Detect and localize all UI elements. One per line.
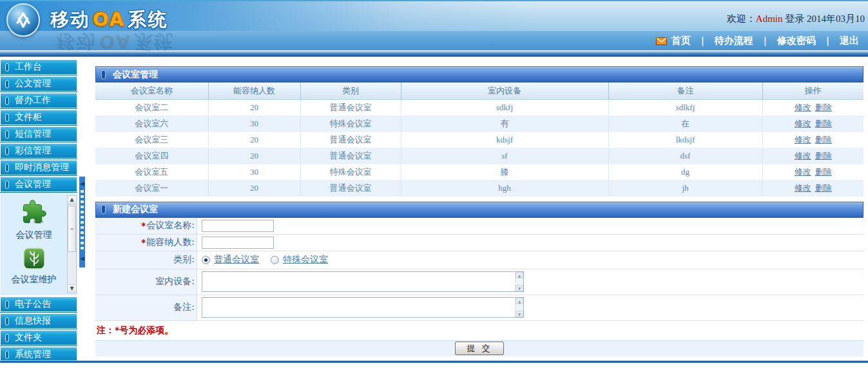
remark-textarea-wrap: ▲ ▼ bbox=[202, 297, 524, 318]
table-cell: 20 bbox=[208, 180, 300, 196]
table-cell: 普通会议室 bbox=[300, 180, 401, 196]
table-cell: kdsjf bbox=[401, 131, 608, 148]
submenu-item-meeting-management[interactable]: 会议管理 bbox=[1, 193, 67, 241]
delete-link[interactable]: 删除 bbox=[815, 119, 832, 128]
table-row: 会议室三20普通会议室kdsjflkdsjf修改删除 bbox=[95, 131, 863, 148]
scroll-down-icon[interactable]: ▼ bbox=[516, 285, 523, 291]
sidebar-bottom-menu: 电子公告信息快报文件夹系统管理 bbox=[0, 296, 77, 362]
scroll-down-icon[interactable]: ▼ bbox=[516, 311, 523, 317]
form-row-name: *会议室名称: bbox=[95, 218, 863, 235]
table-cell: dg bbox=[608, 164, 762, 180]
nav-item-label: 退出 bbox=[840, 35, 859, 47]
equipment-textarea-wrap: ▲ ▼ bbox=[202, 271, 524, 292]
sidebar-item-label: 彩信管理 bbox=[15, 145, 51, 157]
sidebar-collapse-strip[interactable]: ◀ ◀ bbox=[78, 177, 85, 267]
logo-suffix: 系统 bbox=[128, 8, 168, 30]
sidebar-item-sms-management[interactable]: 短信管理 bbox=[0, 126, 77, 142]
sidebar-item-mms-management[interactable]: 彩信管理 bbox=[0, 143, 77, 159]
sidebar-item-label: 文件柜 bbox=[15, 111, 42, 123]
collapse-arrow-icon[interactable]: ◀ bbox=[80, 255, 84, 262]
strip-dashes bbox=[81, 190, 84, 252]
edit-link[interactable]: 修改 bbox=[795, 183, 811, 193]
edit-link[interactable]: 修改 bbox=[795, 119, 811, 128]
collapse-arrow-icon[interactable]: ◀ bbox=[80, 180, 84, 187]
table-cell: 会议室三 bbox=[95, 131, 208, 148]
meeting-rooms-table: 会议室名称能容纳人数类别室内设备备注操作 会议室二20普通会议室sdkfjsdl… bbox=[95, 82, 863, 197]
panel-title-text: 会议室管理 bbox=[113, 69, 158, 81]
nav-logout[interactable]: 退出 bbox=[840, 35, 859, 47]
footer-divider bbox=[0, 360, 868, 363]
menu-pill-icon bbox=[5, 97, 9, 105]
radio-label-normal[interactable]: 普通会议室 bbox=[214, 254, 259, 266]
table-row: 会议室一20普通会议室hghjh修改删除 bbox=[95, 180, 863, 196]
menu-pill-icon bbox=[5, 113, 9, 122]
sidebar-item-workbench[interactable]: 工作台 bbox=[0, 59, 77, 75]
tree-icon bbox=[23, 247, 45, 272]
new-room-panel-title: 新建会议室 bbox=[95, 202, 863, 218]
radio-label-special[interactable]: 特殊会议室 bbox=[283, 254, 328, 266]
nav-change-password[interactable]: 修改密码 bbox=[777, 35, 816, 47]
delete-link[interactable]: 删除 bbox=[815, 135, 832, 144]
column-header: 室内设备 bbox=[401, 82, 608, 99]
remark-textarea[interactable] bbox=[202, 298, 515, 317]
textarea-scrollbar[interactable]: ▲ ▼ bbox=[515, 272, 523, 291]
sidebar-item-supervision-work[interactable]: 督办工作 bbox=[0, 93, 77, 108]
menu-pill-icon bbox=[5, 300, 9, 309]
radio-normal-room[interactable] bbox=[202, 256, 210, 264]
edit-link[interactable]: 修改 bbox=[795, 151, 811, 160]
required-marker: * bbox=[141, 220, 146, 231]
sidebar-item-file-cabinet[interactable]: 文件柜 bbox=[0, 110, 77, 125]
edit-link[interactable]: 修改 bbox=[795, 102, 811, 112]
title-pill-icon bbox=[101, 205, 106, 214]
submenu-scrollbar[interactable]: ▲ ≡ ▼ bbox=[67, 195, 77, 293]
submenu-item-meeting-room-maintenance[interactable]: 会议室维护 bbox=[1, 241, 67, 286]
sidebar-item-e-announcement[interactable]: 电子公告 bbox=[0, 296, 77, 312]
textarea-scrollbar[interactable]: ▲ ▼ bbox=[515, 298, 523, 317]
equipment-label: 室内设备: bbox=[95, 269, 197, 295]
sidebar-item-instant-message-management[interactable]: 即时消息管理 bbox=[0, 160, 77, 175]
sidebar-item-label: 信息快报 bbox=[15, 315, 51, 327]
column-header: 会议室名称 bbox=[95, 82, 208, 99]
nav-todo-flow[interactable]: 待办流程 bbox=[715, 35, 753, 47]
form-row-capacity: *能容纳人数: bbox=[95, 235, 863, 251]
radio-special-room[interactable] bbox=[271, 256, 279, 264]
scrollbar-track[interactable]: ≡ bbox=[68, 204, 76, 284]
delete-link[interactable]: 删除 bbox=[815, 151, 832, 160]
sidebar-item-meeting-management[interactable]: 会议管理 bbox=[0, 177, 77, 192]
table-cell: jh bbox=[608, 180, 762, 196]
room-name-input[interactable] bbox=[202, 220, 274, 232]
edit-link[interactable]: 修改 bbox=[795, 167, 811, 177]
app-title: 移动OA系统 bbox=[50, 7, 168, 33]
scroll-down-icon[interactable]: ▼ bbox=[68, 284, 76, 293]
sidebar-item-folder[interactable]: 文件夹 bbox=[0, 330, 77, 345]
table-cell: 会议室二 bbox=[95, 99, 208, 115]
delete-link[interactable]: 删除 bbox=[815, 102, 832, 112]
table-cell: sdkfj bbox=[401, 99, 608, 115]
nav-separator: | bbox=[764, 35, 767, 46]
new-room-form: *会议室名称: *能容纳人数: 类别: 普通会议室 特殊会议室 室内设备: ▲ bbox=[95, 218, 863, 321]
form-row-equipment: 室内设备: ▲ ▼ bbox=[95, 269, 863, 295]
room-name-label: *会议室名称: bbox=[95, 218, 197, 234]
table-cell: sdlkfj bbox=[608, 99, 762, 115]
column-header: 备注 bbox=[608, 82, 762, 99]
required-marker: * bbox=[141, 237, 146, 247]
edit-link[interactable]: 修改 bbox=[795, 135, 811, 144]
sidebar-item-document-management[interactable]: 公文管理 bbox=[0, 76, 77, 92]
scroll-up-icon[interactable]: ▲ bbox=[516, 272, 523, 278]
sidebar-item-info-bulletin[interactable]: 信息快报 bbox=[0, 313, 77, 329]
welcome-prefix: 欢迎： bbox=[727, 14, 756, 24]
scroll-up-icon[interactable]: ▲ bbox=[516, 298, 523, 304]
table-cell: 膝 bbox=[401, 164, 608, 180]
scroll-up-icon[interactable]: ▲ bbox=[68, 196, 76, 204]
capacity-input[interactable] bbox=[202, 237, 274, 249]
nav-home[interactable]: 首页 bbox=[656, 35, 691, 47]
puzzle-icon bbox=[21, 199, 47, 228]
sidebar: 工作台公文管理督办工作文件柜短信管理彩信管理即时消息管理会议管理 会议管理 bbox=[0, 59, 77, 363]
delete-link[interactable]: 删除 bbox=[815, 183, 832, 193]
envelope-icon bbox=[656, 37, 667, 45]
submit-button[interactable]: 提 交 bbox=[455, 342, 504, 355]
scrollbar-thumb[interactable]: ≡ bbox=[68, 206, 76, 252]
sidebar-item-label: 文件夹 bbox=[15, 332, 42, 344]
delete-link[interactable]: 删除 bbox=[815, 167, 832, 177]
equipment-textarea[interactable] bbox=[202, 272, 515, 291]
